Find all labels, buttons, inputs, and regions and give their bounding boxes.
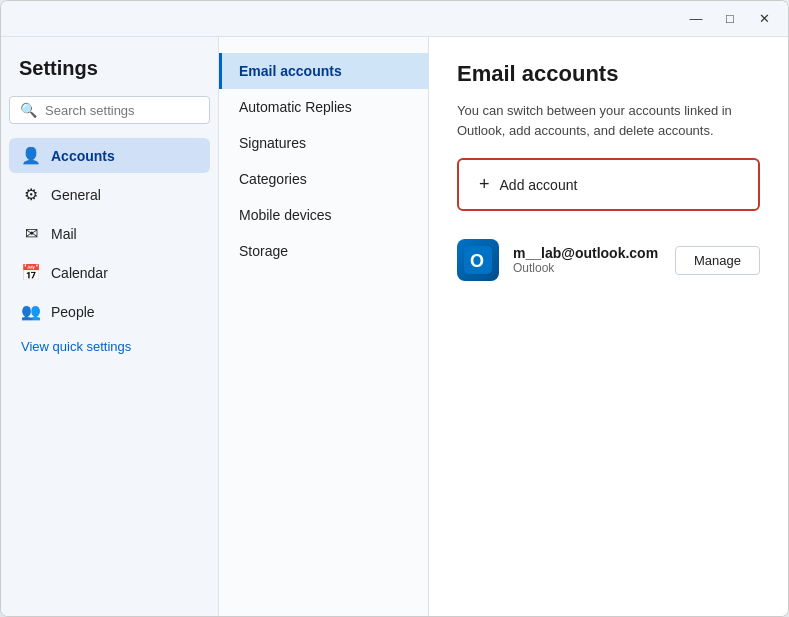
mid-panel-item-categories[interactable]: Categories (219, 161, 428, 197)
sidebar: Settings 🔍 👤 Accounts ⚙ General ✉ Mail 📅… (1, 37, 219, 616)
account-email: m__lab@outlook.com (513, 245, 661, 261)
general-icon: ⚙ (21, 185, 41, 204)
app-title: Settings (9, 53, 210, 92)
window-controls: — □ ✕ (680, 5, 780, 33)
sidebar-item-people[interactable]: 👥 People (9, 294, 210, 329)
content-area: Settings 🔍 👤 Accounts ⚙ General ✉ Mail 📅… (1, 37, 788, 616)
sidebar-item-mail[interactable]: ✉ Mail (9, 216, 210, 251)
manage-button[interactable]: Manage (675, 246, 760, 275)
mid-panel: Email accounts Automatic Replies Signatu… (219, 37, 429, 616)
mid-panel-item-automatic-replies[interactable]: Automatic Replies (219, 89, 428, 125)
mail-icon: ✉ (21, 224, 41, 243)
main-content: Email accounts You can switch between yo… (429, 37, 788, 616)
sidebar-label-people: People (51, 304, 95, 320)
account-type: Outlook (513, 261, 661, 275)
page-description: You can switch between your accounts lin… (457, 101, 760, 140)
page-title: Email accounts (457, 61, 760, 87)
people-icon: 👥 (21, 302, 41, 321)
mid-panel-item-mobile-devices[interactable]: Mobile devices (219, 197, 428, 233)
mid-panel-item-signatures[interactable]: Signatures (219, 125, 428, 161)
plus-icon: + (479, 174, 490, 195)
sidebar-label-mail: Mail (51, 226, 77, 242)
accounts-icon: 👤 (21, 146, 41, 165)
sidebar-item-calendar[interactable]: 📅 Calendar (9, 255, 210, 290)
sidebar-label-calendar: Calendar (51, 265, 108, 281)
sidebar-label-accounts: Accounts (51, 148, 115, 164)
close-button[interactable]: ✕ (748, 5, 780, 33)
titlebar: — □ ✕ (1, 1, 788, 37)
add-account-label: Add account (500, 177, 578, 193)
search-input[interactable] (45, 103, 199, 118)
sidebar-item-general[interactable]: ⚙ General (9, 177, 210, 212)
maximize-button[interactable]: □ (714, 5, 746, 33)
account-row: O m__lab@outlook.com Outlook Manage (457, 231, 760, 289)
outlook-icon: O (457, 239, 499, 281)
minimize-button[interactable]: — (680, 5, 712, 33)
account-info: m__lab@outlook.com Outlook (513, 245, 661, 275)
sidebar-item-accounts[interactable]: 👤 Accounts (9, 138, 210, 173)
search-box[interactable]: 🔍 (9, 96, 210, 124)
search-icon: 🔍 (20, 102, 37, 118)
add-account-button[interactable]: + Add account (457, 158, 760, 211)
settings-window: — □ ✕ Settings 🔍 👤 Accounts ⚙ General ✉ … (0, 0, 789, 617)
quick-settings-link[interactable]: View quick settings (9, 333, 210, 360)
sidebar-label-general: General (51, 187, 101, 203)
calendar-icon: 📅 (21, 263, 41, 282)
mid-panel-item-email-accounts[interactable]: Email accounts (219, 53, 428, 89)
svg-text:O: O (470, 251, 484, 271)
mid-panel-item-storage[interactable]: Storage (219, 233, 428, 269)
